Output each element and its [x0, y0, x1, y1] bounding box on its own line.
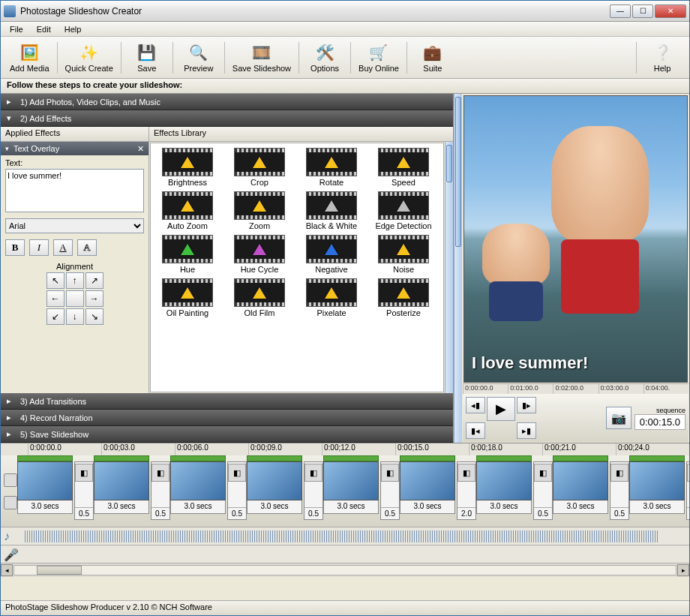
preview-button[interactable]: 🔍Preview: [176, 41, 221, 74]
step-1-add-photos[interactable]: ▸1) Add Photos, Video Clips, and Music: [1, 94, 453, 110]
transition-slot[interactable]: ◧0.5: [304, 461, 323, 520]
transition-slot[interactable]: ◧0.5: [380, 461, 400, 520]
menu-bar: File Edit Help: [1, 22, 689, 37]
transition-duration: 0.5: [75, 507, 93, 518]
timeline-clip[interactable]: 3.0 secs: [323, 455, 379, 527]
timeline-clip[interactable]: 3.0 secs: [553, 455, 608, 527]
effect-zoom[interactable]: Zoom: [227, 191, 292, 230]
effect-thumb: [162, 191, 213, 220]
effect-hue-cycle[interactable]: Hue Cycle: [227, 235, 292, 274]
timeline-clip[interactable]: 3.0 secs: [247, 455, 302, 527]
waveform: [23, 530, 659, 542]
scroll-left-button[interactable]: ◂: [1, 564, 13, 576]
timeline-scrollbar[interactable]: ◂ ▸: [1, 563, 689, 577]
effect-posterize[interactable]: Posterize: [371, 278, 436, 317]
text-overlay-header[interactable]: ▾ Text Overlay ✕: [1, 142, 148, 155]
transition-duration: 2.0: [458, 507, 476, 518]
step-5-save-slideshow[interactable]: ▸5) Save Slideshow: [1, 426, 453, 443]
timeline-clip[interactable]: 3.0 secs: [17, 455, 73, 527]
prev-frame-button[interactable]: ◂▮: [466, 397, 485, 413]
save-slideshow-icon: 🎞️: [252, 43, 272, 62]
timeline-clip[interactable]: 3.0 secs: [629, 455, 685, 527]
align-1-button[interactable]: ↑: [66, 272, 84, 289]
effect-rotate[interactable]: Rotate: [299, 148, 364, 187]
effect-crop[interactable]: Crop: [227, 148, 292, 187]
effect-old-film[interactable]: Old Film: [227, 278, 292, 317]
transition-slot[interactable]: ◧0.5: [74, 461, 94, 520]
overlay-text-input[interactable]: [5, 169, 144, 212]
align-6-button[interactable]: ↙: [46, 308, 64, 325]
menu-edit[interactable]: Edit: [31, 23, 57, 35]
next-frame-button[interactable]: ▮▸: [517, 397, 536, 413]
timeline-clip[interactable]: 3.0 secs: [476, 455, 532, 527]
narration-track[interactable]: 🎤: [1, 545, 689, 563]
italic-button[interactable]: I: [29, 239, 49, 256]
buy-online-button[interactable]: 🛒Buy Online: [354, 41, 404, 74]
clip-thumb: [553, 461, 608, 500]
music-track[interactable]: ♪: [1, 527, 689, 545]
transition-slot[interactable]: ◧0.5: [227, 461, 247, 520]
add-media-button[interactable]: 🖼️Add Media: [5, 41, 54, 74]
help-button[interactable]: ❔Help: [640, 41, 685, 74]
timeline-clip[interactable]: 3.0 secs: [94, 455, 149, 527]
effect-speed[interactable]: Speed: [371, 148, 436, 187]
step-3-add-transitions[interactable]: ▸3) Add Transitions: [1, 393, 453, 410]
effect-oil-painting[interactable]: Oil Painting: [155, 278, 220, 317]
font-color-button[interactable]: A: [53, 239, 73, 256]
save-slideshow-button[interactable]: 🎞️Save Slideshow: [228, 41, 296, 74]
align-2-button[interactable]: ↗: [86, 272, 104, 289]
menu-file[interactable]: File: [4, 23, 29, 35]
effect-auto-zoom[interactable]: Auto Zoom: [155, 191, 220, 230]
effect-black---white[interactable]: Black & White: [299, 191, 364, 230]
effect-negative[interactable]: Negative: [299, 235, 364, 274]
effect-pixelate[interactable]: Pixelate: [299, 278, 364, 317]
transition-slot[interactable]: ◧0.5: [686, 461, 689, 520]
sequence-time: 0:00:15.0: [634, 414, 686, 430]
play-button[interactable]: ▶: [487, 397, 515, 421]
snapshot-button[interactable]: 📷: [606, 407, 632, 429]
transition-slot[interactable]: ◧0.5: [610, 461, 629, 520]
step-2-add-effects[interactable]: ▾2) Add Effects: [1, 110, 453, 127]
save-button[interactable]: 💾Save: [124, 41, 170, 74]
effect-hue[interactable]: Hue: [155, 235, 220, 274]
goto-end-button[interactable]: ▸▮: [517, 422, 536, 439]
transition-slot[interactable]: ◧0.5: [533, 461, 553, 520]
align-4-button[interactable]: [66, 290, 84, 307]
chevron-down-icon: ▾: [5, 145, 9, 152]
bold-button[interactable]: B: [5, 239, 25, 256]
suite-icon: 💼: [423, 43, 442, 62]
goto-start-button[interactable]: ▮◂: [466, 422, 485, 439]
align-8-button[interactable]: ↘: [86, 308, 104, 325]
clip-track[interactable]: 3.0 secs◧0.53.0 secs◧0.53.0 secs◧0.53.0 …: [1, 455, 689, 527]
remove-effect-button[interactable]: ✕: [137, 144, 144, 154]
transition-icon: ◧: [458, 464, 476, 482]
steps-scrollbar[interactable]: [454, 94, 462, 443]
align-7-button[interactable]: ↓: [66, 308, 84, 325]
effect-thumb: [378, 235, 429, 263]
suite-button[interactable]: 💼Suite: [410, 41, 455, 74]
effect-brightness[interactable]: Brightness: [155, 148, 220, 187]
options-button[interactable]: 🛠️Options: [302, 41, 347, 74]
effect-noise[interactable]: Noise: [371, 235, 436, 274]
close-button[interactable]: ✕: [655, 5, 686, 18]
effect-edge-detection[interactable]: Edge Detection: [371, 191, 436, 230]
minimize-button[interactable]: —: [610, 5, 631, 18]
timeline-clip[interactable]: 3.0 secs: [400, 455, 455, 527]
step-4-record-narration[interactable]: ▸4) Record Narration: [1, 410, 453, 426]
menu-help[interactable]: Help: [58, 23, 88, 35]
scroll-right-button[interactable]: ▸: [677, 564, 689, 576]
align-0-button[interactable]: ↖: [46, 272, 64, 289]
timeline-clip[interactable]: 3.0 secs: [170, 455, 226, 527]
music-icon: ♪: [4, 530, 17, 543]
align-5-button[interactable]: →: [86, 290, 104, 307]
maximize-button[interactable]: ☐: [632, 5, 653, 18]
transition-slot[interactable]: ◧2.0: [457, 461, 476, 520]
preview-overlay-text: I love summer!: [472, 353, 588, 373]
transition-slot[interactable]: ◧0.5: [151, 461, 170, 520]
outline-button[interactable]: A: [77, 239, 97, 256]
font-select[interactable]: Arial: [5, 218, 144, 233]
effect-thumb: [306, 235, 357, 263]
align-3-button[interactable]: ←: [46, 290, 64, 307]
quick-create-button[interactable]: ✨Quick Create: [61, 41, 118, 74]
library-scrollbar[interactable]: [445, 142, 453, 393]
